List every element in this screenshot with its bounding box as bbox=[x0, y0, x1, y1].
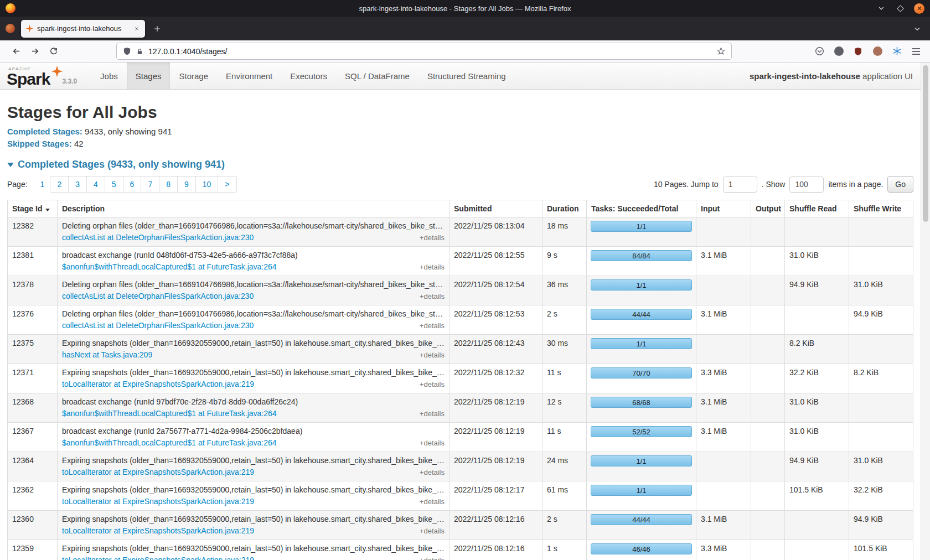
stage-detail-link[interactable]: toLocalIterator at ExpireSnapshotsSparkA… bbox=[62, 468, 254, 477]
account-icon[interactable] bbox=[833, 45, 845, 58]
page-button-9[interactable]: 9 bbox=[177, 176, 196, 193]
nav-item-executors[interactable]: Executors bbox=[281, 63, 336, 89]
stage-detail-link[interactable]: collectAsList at DeleteOrphanFilesSparkA… bbox=[62, 292, 254, 301]
details-toggle[interactable]: +details bbox=[420, 350, 445, 360]
stage-detail-link[interactable]: $anonfun$withThreadLocalCaptured$1 at Fu… bbox=[62, 409, 277, 418]
bookmark-star-icon[interactable] bbox=[717, 47, 725, 55]
nav-item-structured-streaming[interactable]: Structured Streaming bbox=[418, 63, 515, 89]
header-output[interactable]: Output bbox=[751, 200, 785, 217]
nav-item-environment[interactable]: Environment bbox=[217, 63, 281, 89]
completed-stages-link[interactable]: Completed Stages: bbox=[7, 127, 82, 136]
new-tab-button[interactable] bbox=[149, 21, 165, 37]
url-bar[interactable]: 127.0.0.1:4040/stages/ bbox=[116, 43, 732, 60]
details-toggle[interactable]: +details bbox=[420, 233, 445, 242]
duration-cell: 36 ms bbox=[542, 276, 587, 305]
tasks-cell: 1/1 bbox=[587, 452, 696, 481]
input-cell: 3.1 MiB bbox=[696, 511, 751, 540]
stage-detail-link[interactable]: hasNext at Tasks.java:209 bbox=[62, 350, 152, 360]
firefox-view-button[interactable] bbox=[6, 24, 15, 33]
task-progress-bar: 1/1 bbox=[591, 455, 692, 466]
details-toggle[interactable]: +details bbox=[420, 262, 445, 272]
stage-description: Deleting orphan files (older_than=166910… bbox=[62, 309, 445, 319]
description-cell: broadcast exchange (runId 97bdf70e-2f28-… bbox=[58, 393, 450, 423]
header-tasks[interactable]: Tasks: Succeeded/Total bbox=[587, 200, 696, 217]
spark-star-icon bbox=[51, 66, 63, 77]
page-button-2[interactable]: 2 bbox=[50, 176, 69, 193]
description-cell: Deleting orphan files (older_than=166910… bbox=[58, 305, 450, 335]
header-submitted[interactable]: Submitted bbox=[450, 200, 542, 217]
stage-detail-link[interactable]: collectAsList at DeleteOrphanFilesSparkA… bbox=[62, 233, 254, 242]
details-toggle[interactable]: +details bbox=[420, 526, 445, 536]
page-size-input[interactable] bbox=[789, 177, 824, 193]
page-button-6[interactable]: 6 bbox=[123, 176, 142, 193]
titlebar: spark-ingest-into-lakehouse - Stages for… bbox=[0, 0, 930, 17]
reload-button[interactable] bbox=[44, 43, 63, 60]
header-stage-id[interactable]: Stage Id bbox=[8, 200, 58, 217]
stage-detail-link[interactable]: $anonfun$withThreadLocalCaptured$1 at Fu… bbox=[62, 262, 277, 272]
details-toggle[interactable]: +details bbox=[420, 292, 445, 301]
back-button[interactable] bbox=[7, 43, 25, 60]
profile-avatar-icon[interactable] bbox=[871, 45, 884, 58]
stage-detail-link[interactable]: toLocalIterator at ExpireSnapshotsSparkA… bbox=[62, 556, 254, 560]
skipped-stages-link[interactable]: Skipped Stages: bbox=[7, 139, 72, 148]
scrollbar[interactable] bbox=[921, 63, 930, 560]
output-cell bbox=[751, 511, 785, 540]
page-button->[interactable]: > bbox=[218, 176, 236, 193]
tracking-protection-shield-icon[interactable] bbox=[123, 47, 131, 55]
stage-detail-link[interactable]: collectAsList at DeleteOrphanFilesSparkA… bbox=[62, 321, 254, 330]
spark-logo[interactable]: APACHE Spark 3.3.0 bbox=[7, 63, 77, 89]
ublock-shield-icon[interactable] bbox=[852, 45, 864, 58]
url-text[interactable]: 127.0.0.1:4040/stages/ bbox=[148, 47, 227, 56]
nav-item-stages[interactable]: Stages bbox=[127, 63, 170, 89]
page-button-3[interactable]: 3 bbox=[68, 176, 87, 193]
header-duration[interactable]: Duration bbox=[542, 200, 587, 217]
menu-hamburger-icon[interactable] bbox=[910, 45, 922, 58]
spark-navbar: APACHE Spark 3.3.0 JobsStagesStorageEnvi… bbox=[0, 63, 921, 90]
nav-item-storage[interactable]: Storage bbox=[170, 63, 217, 89]
tab-close-icon[interactable] bbox=[133, 25, 140, 32]
save-to-pocket-icon[interactable] bbox=[813, 45, 825, 58]
page-button-5[interactable]: 5 bbox=[105, 176, 123, 193]
extension-snowflake-icon[interactable] bbox=[891, 45, 903, 58]
stage-detail-link[interactable]: toLocalIterator at ExpireSnapshotsSparkA… bbox=[62, 526, 254, 536]
stage-detail-link[interactable]: $anonfun$withThreadLocalCaptured$1 at Fu… bbox=[62, 438, 277, 448]
site-security-lock-icon[interactable] bbox=[136, 48, 143, 55]
page-button-8[interactable]: 8 bbox=[159, 176, 178, 193]
submitted-cell: 2022/11/25 08:12:19 bbox=[450, 452, 542, 481]
details-toggle[interactable]: +details bbox=[420, 497, 445, 506]
nav-item-jobs[interactable]: Jobs bbox=[91, 63, 127, 89]
page-button-7[interactable]: 7 bbox=[141, 176, 159, 193]
jump-to-page-input[interactable] bbox=[723, 177, 757, 193]
details-toggle[interactable]: +details bbox=[420, 380, 445, 389]
header-shuffle-write[interactable]: Shuffle Write bbox=[849, 200, 913, 217]
header-shuffle-read[interactable]: Shuffle Read bbox=[785, 200, 849, 217]
nav-item-sql-dataframe[interactable]: SQL / DataFrame bbox=[336, 63, 418, 89]
browser-tab[interactable]: spark-ingest-into-lakehous bbox=[21, 20, 145, 38]
page-button-4[interactable]: 4 bbox=[86, 176, 105, 193]
header-input[interactable]: Input bbox=[696, 200, 751, 217]
submitted-cell: 2022/11/25 08:12:17 bbox=[450, 481, 542, 511]
page-button-10[interactable]: 10 bbox=[195, 176, 219, 193]
input-cell bbox=[696, 276, 751, 305]
forward-button[interactable] bbox=[25, 43, 44, 60]
header-description[interactable]: Description bbox=[58, 200, 450, 217]
completed-stages-section-toggle[interactable]: Completed Stages (9433, only showing 941… bbox=[7, 159, 913, 170]
details-toggle[interactable]: +details bbox=[420, 321, 445, 330]
minimize-button[interactable] bbox=[876, 3, 886, 13]
details-toggle[interactable]: +details bbox=[420, 556, 445, 560]
details-toggle[interactable]: +details bbox=[420, 409, 445, 418]
details-toggle[interactable]: +details bbox=[420, 468, 445, 477]
stage-detail-link[interactable]: toLocalIterator at ExpireSnapshotsSparkA… bbox=[62, 497, 254, 506]
table-row: 12364Expiring snapshots (older_than=1669… bbox=[8, 452, 913, 481]
maximize-button[interactable] bbox=[895, 3, 905, 13]
close-button[interactable] bbox=[914, 3, 924, 14]
stage-id-cell: 12362 bbox=[8, 481, 58, 511]
list-all-tabs-button[interactable] bbox=[910, 22, 924, 36]
stage-id-cell: 12364 bbox=[8, 452, 58, 481]
details-toggle[interactable]: +details bbox=[420, 438, 445, 448]
go-button[interactable]: Go bbox=[887, 176, 913, 193]
stage-detail-link[interactable]: toLocalIterator at ExpireSnapshotsSparkA… bbox=[62, 380, 254, 389]
scrollbar-thumb[interactable] bbox=[923, 65, 928, 222]
stage-id-cell: 12367 bbox=[8, 423, 58, 452]
tasks-cell: 46/46 bbox=[587, 540, 696, 560]
